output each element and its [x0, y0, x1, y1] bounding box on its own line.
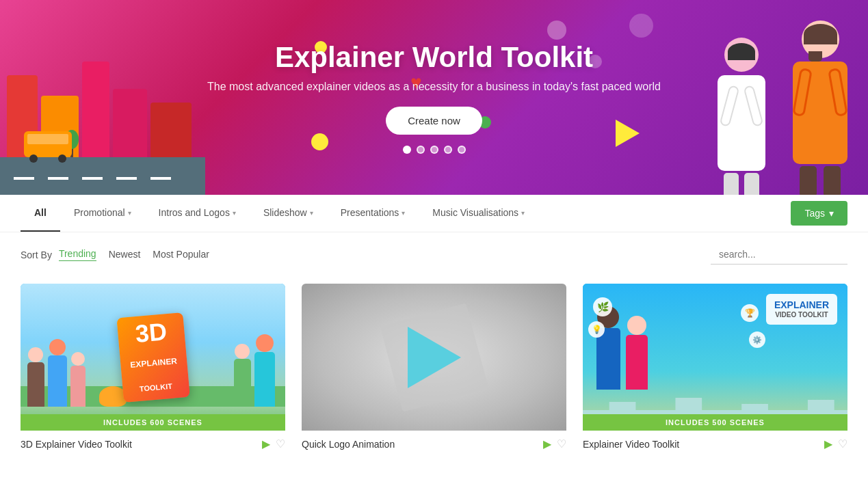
dot-1[interactable]	[403, 146, 411, 154]
bus	[24, 131, 72, 157]
card-info-explainer: Explainer Video Toolkit ▶ ♡	[583, 431, 847, 457]
hero-title: Explainer World Toolkit	[275, 41, 593, 74]
card-logo-animation[interactable]: Quick Logo Animation ▶ ♡	[302, 284, 566, 457]
dot-2[interactable]	[417, 146, 425, 154]
chevron-down-icon: ▾	[829, 208, 834, 219]
play-triangle-yellow	[616, 120, 640, 147]
characters-group	[676, 10, 868, 195]
tags-button[interactable]: Tags ▾	[791, 201, 847, 226]
road-line	[14, 177, 34, 180]
building	[82, 62, 109, 157]
dot-3[interactable]	[430, 146, 438, 154]
road-line	[82, 177, 103, 180]
card-title-logo: Quick Logo Animation	[302, 439, 538, 450]
card-favorite-logo[interactable]: ♡	[557, 437, 566, 450]
card-thumb-explainer: EXPLAINERVIDEO TOOLKIT 🌿 💡 🏆 ⚙️ INCLU	[583, 284, 847, 431]
circle-shape-white3	[629, 14, 653, 38]
sort-label: Sort By	[21, 249, 52, 260]
circle-shape-yellow2	[311, 133, 328, 150]
road-line	[150, 177, 171, 180]
sort-trending[interactable]: Trending	[59, 248, 96, 261]
card-play-button-3d[interactable]: ▶	[262, 437, 270, 450]
sort-newest[interactable]: Newest	[109, 249, 141, 261]
character-man	[779, 21, 861, 195]
card-play-button-logo[interactable]: ▶	[543, 437, 551, 450]
nav-bar: All Promotional ▾ Intros and Logos ▾ Sli…	[0, 195, 868, 232]
chevron-icon: ▾	[233, 209, 236, 217]
city-illustration	[0, 0, 205, 195]
sort-most-popular[interactable]: Most Popular	[153, 249, 209, 261]
chevron-icon: ▾	[310, 209, 313, 217]
card-info-logo: Quick Logo Animation ▶ ♡	[302, 431, 566, 457]
road-line	[116, 177, 137, 180]
card-badge-3d: INCLUDES 600 SCENES	[21, 414, 285, 431]
card-3d-explainer[interactable]: 3DEXPLAINERTOOLKIT	[21, 284, 285, 457]
sort-bar: Sort By Trending Newest Most Popular	[0, 232, 868, 277]
explainer-scene: EXPLAINERVIDEO TOOLKIT 🌿 💡 🏆 ⚙️	[583, 284, 847, 431]
carousel-dots	[403, 146, 466, 154]
circle-shape-white1	[547, 21, 566, 40]
card-title-3d: 3D Explainer Video Toolkit	[21, 439, 257, 450]
nav-item-intros[interactable]: Intros and Logos ▾	[145, 195, 250, 232]
card-title-explainer: Explainer Video Toolkit	[583, 439, 819, 450]
card-grid: 3DEXPLAINERTOOLKIT	[0, 277, 868, 478]
card-thumb-3d: 3DEXPLAINERTOOLKIT	[21, 284, 285, 431]
explainer-badge: EXPLAINERVIDEO TOOLKIT	[766, 294, 837, 325]
building	[113, 89, 147, 157]
chevron-icon: ▾	[521, 209, 525, 217]
dot-4[interactable]	[444, 146, 452, 154]
logo-play-scene	[302, 284, 566, 431]
create-now-button[interactable]: Create now	[386, 107, 482, 135]
card-favorite-3d[interactable]: ♡	[276, 437, 285, 450]
nav-item-presentations[interactable]: Presentations ▾	[327, 195, 419, 232]
card-play-button-explainer[interactable]: ▶	[824, 437, 832, 450]
nav-item-music[interactable]: Music Visualisations ▾	[419, 195, 538, 232]
card-favorite-explainer[interactable]: ♡	[838, 437, 847, 450]
nav-item-slideshow[interactable]: Slideshow ▾	[250, 195, 327, 232]
card-badge-explainer: INCLUDES 500 SCENES	[583, 414, 847, 431]
building	[150, 103, 192, 157]
nav-item-all[interactable]: All	[21, 195, 60, 232]
search-input[interactable]	[711, 245, 847, 265]
nav-item-promotional[interactable]: Promotional ▾	[60, 195, 145, 232]
card-explainer-toolkit[interactable]: EXPLAINERVIDEO TOOLKIT 🌿 💡 🏆 ⚙️ INCLU	[583, 284, 847, 457]
hero-subtitle: The most advanced explainer videos as a …	[207, 81, 661, 93]
dot-5[interactable]	[458, 146, 466, 154]
card-thumb-logo	[302, 284, 566, 431]
chevron-icon: ▾	[128, 209, 131, 217]
road-line	[48, 177, 68, 180]
road	[0, 157, 205, 195]
character-woman	[704, 38, 779, 195]
chevron-icon: ▾	[402, 209, 405, 217]
card-info-3d: 3D Explainer Video Toolkit ▶ ♡	[21, 431, 285, 457]
hero-banner: ♥	[0, 0, 868, 195]
